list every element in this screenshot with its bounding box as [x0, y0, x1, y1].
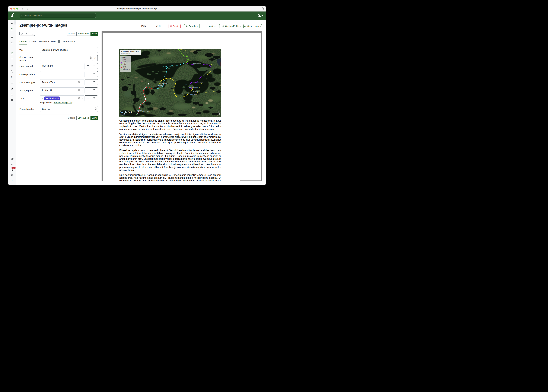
svg-text:Washington Island: Washington Island [189, 86, 198, 88]
svg-text:Day 5: Day 5 [123, 66, 126, 67]
svg-text:© 2017 Google: © 2017 Google [120, 114, 125, 115]
svg-text:?: ? [12, 180, 12, 182]
svg-text:Google Earth: Google Earth [120, 111, 133, 113]
svg-text:Boundary Waters Trip: Boundary Waters Trip [121, 51, 139, 52]
svg-text:Day 4: Day 4 [123, 64, 126, 65]
svg-text:Mile Island: Mile Island [137, 110, 142, 111]
svg-text:N: N [217, 115, 218, 116]
svg-text:Day 2: Day 2 [123, 61, 126, 62]
svg-text:Norway Island: Norway Island [190, 93, 196, 95]
svg-text:Day 6: Day 6 [123, 67, 126, 68]
svg-text:Half Dog Island: Half Dog Island [184, 84, 192, 85]
svg-text:Lincoln Island: Lincoln Island [193, 91, 200, 92]
svg-text:Indian Grave Island: Indian Grave Island [193, 81, 203, 83]
svg-text:Squirrel Island: Squirrel Island [197, 94, 204, 96]
svg-text:Hausons Island: Hausons Island [193, 63, 201, 64]
svg-text:Day 1: Day 1 [123, 59, 126, 60]
svg-text:Legend: Legend [121, 57, 125, 58]
svg-text:Day 3: Day 3 [123, 62, 126, 63]
svg-text:Image © 2017 DigitalGlobe: Image © 2017 DigitalGlobe [120, 115, 130, 116]
svg-text:Text: Text [169, 90, 172, 92]
svg-text:3 mi: 3 mi [209, 114, 212, 116]
svg-text:Six days in BWCA: Six days in BWCA [121, 53, 130, 54]
svg-text:Charlies Island: Charlies Island [142, 111, 149, 112]
svg-text:Gary Island: Gary Island [158, 84, 163, 86]
svg-text:Canoe Island: Canoe Island [182, 93, 189, 95]
svg-text:New York Island: New York Island [159, 83, 167, 84]
svg-text:Entry Point 24: Entry Point 24 [123, 69, 130, 70]
